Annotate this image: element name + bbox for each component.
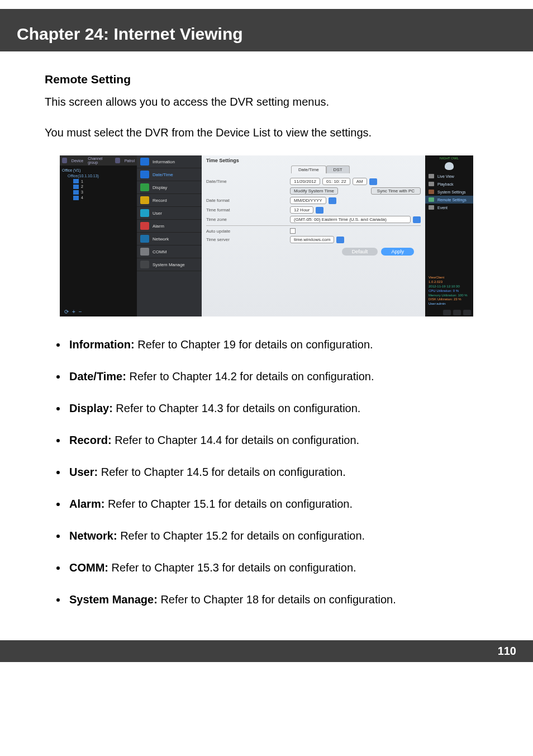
cam-icon xyxy=(73,185,79,189)
tab-patrol[interactable]: Patrol xyxy=(125,159,135,163)
sync-time-button[interactable]: Sync Time with PC xyxy=(371,187,421,195)
tab-date-time[interactable]: Date/Time xyxy=(291,166,326,173)
display-icon xyxy=(140,183,149,191)
panel-title: Time Settings xyxy=(202,155,425,163)
menu-information[interactable]: Information xyxy=(137,155,202,168)
channel-4[interactable]: 4 xyxy=(73,195,135,201)
nav-label: Playback xyxy=(437,182,453,186)
input-ampm[interactable]: AM xyxy=(353,178,367,185)
menu-network[interactable]: Network xyxy=(137,233,202,245)
cam-icon xyxy=(73,179,79,183)
checkbox-auto-update[interactable] xyxy=(290,228,296,234)
dropdown-icon[interactable] xyxy=(316,207,323,214)
select-time-format[interactable]: 12 Hour xyxy=(290,206,313,214)
intro-text-2: You must select the DVR from the Device … xyxy=(45,125,488,141)
item-text: Refer to Chapter 14.5 for details on con… xyxy=(98,466,346,478)
device-list: Office (V1) Office(10.1.10.13) 1 2 3 4 xyxy=(60,166,137,203)
feature-list: Information: Refer to Chapter 19 for det… xyxy=(45,332,488,640)
input-date[interactable]: 11/20/2012 xyxy=(290,178,320,185)
menu-label: Display xyxy=(153,185,167,190)
device-panel: Device Channel group Patrol Office (V1) … xyxy=(60,155,137,316)
section-title: Remote Setting xyxy=(45,73,488,86)
toolbar-btn-3[interactable] xyxy=(463,310,471,315)
label-auto-update: Auto update xyxy=(206,229,290,234)
nav-playback[interactable]: Playback xyxy=(425,180,473,188)
dropdown-icon[interactable] xyxy=(413,216,421,223)
channel-1[interactable]: 1 xyxy=(73,179,135,185)
menu-record[interactable]: Record xyxy=(137,194,202,207)
cam-icon xyxy=(73,196,79,200)
alarm-icon xyxy=(140,222,149,230)
tab-dst[interactable]: DST xyxy=(326,166,350,173)
device-icon xyxy=(62,158,67,163)
nav-remote-settings[interactable]: Remote Settings xyxy=(425,196,473,204)
select-time-server[interactable]: time.windows.com xyxy=(290,236,334,243)
input-time[interactable]: 01: 10: 22 xyxy=(322,178,350,185)
menu-user[interactable]: User xyxy=(137,207,202,220)
item-title: Date/Time: xyxy=(69,370,126,382)
list-item: Display: Refer to Chapter 14.3 for detai… xyxy=(67,400,488,417)
label-date-time: Date/Time xyxy=(206,179,290,184)
menu-alarm[interactable]: Alarm xyxy=(137,220,202,233)
label-time-zone: Time zone xyxy=(206,217,290,222)
apply-button[interactable]: Apply xyxy=(381,248,414,256)
dropdown-icon[interactable] xyxy=(369,178,377,185)
network-icon xyxy=(140,235,149,243)
gear-icon xyxy=(429,190,434,194)
tab-channel-group[interactable]: Channel group xyxy=(88,157,111,164)
list-item: Network: Refer to Chapter 15.2 for detai… xyxy=(67,528,488,544)
select-time-zone[interactable]: (GMT-05: 00) Eastern Time (U.S. and Cana… xyxy=(290,216,411,223)
record-icon xyxy=(140,196,149,204)
item-title: Record: xyxy=(69,434,112,446)
disk-util: DISK Utilization: 23 % xyxy=(429,297,470,302)
nav-live-view[interactable]: Live View xyxy=(425,172,473,180)
device-sub[interactable]: Office(10.1.10.13) xyxy=(68,173,135,179)
menu-display[interactable]: Display xyxy=(137,181,202,194)
menu-label: Date/Time xyxy=(153,172,173,177)
channel-3[interactable]: 3 xyxy=(73,190,135,195)
nav-system-settings[interactable]: System Settings xyxy=(425,188,473,196)
remove-button[interactable]: − xyxy=(79,309,82,315)
device-toolbar: ⟳ + − xyxy=(60,307,137,316)
page-number: 110 xyxy=(498,645,516,657)
patrol-icon xyxy=(115,158,120,163)
left-tabs: Device Channel group Patrol xyxy=(60,155,137,166)
toolbar-btn-1[interactable] xyxy=(443,310,451,315)
refresh-button[interactable]: ⟳ xyxy=(64,309,69,315)
item-text: Refer to Chapter 19 for details on confi… xyxy=(135,338,373,351)
client-timestamp: 2012-11-19 12:10:30 xyxy=(429,285,470,289)
device-root[interactable]: Office (V1) xyxy=(62,168,135,173)
select-date-format[interactable]: MM/DD/YYYY xyxy=(290,197,326,204)
menu-label: System Manage xyxy=(153,262,185,267)
add-button[interactable]: + xyxy=(72,309,75,315)
menu-label: COMM xyxy=(153,249,166,254)
dropdown-icon[interactable] xyxy=(329,197,336,204)
client-name: ViewClient xyxy=(429,276,470,280)
list-item: Information: Refer to Chapter 19 for det… xyxy=(67,337,488,353)
info-icon xyxy=(140,158,149,166)
settings-panel: Time Settings Date/Time DST Date/Time 11… xyxy=(202,155,425,316)
menu-system-manage[interactable]: System Manage xyxy=(137,258,202,271)
list-item: User: Refer to Chapter 14.5 for details … xyxy=(67,464,488,480)
item-text: Refer to Chapter 15.3 for details on con… xyxy=(108,561,356,574)
nav-event[interactable]: Event xyxy=(425,204,473,211)
list-item: System Manage: Refer to Chapter 18 for d… xyxy=(67,592,488,608)
toolbar-btn-2[interactable] xyxy=(453,310,461,315)
chapter-title: Chapter 24: Internet Viewing xyxy=(17,25,516,44)
dropdown-icon[interactable] xyxy=(336,237,344,243)
nav-label: Event xyxy=(437,206,448,210)
menu-label: Information xyxy=(153,159,175,164)
channel-2[interactable]: 2 xyxy=(73,184,135,190)
list-item: Alarm: Refer to Chapter 15.1 for details… xyxy=(67,496,488,512)
tab-device[interactable]: Device xyxy=(72,159,83,163)
menu-comm[interactable]: COMM xyxy=(137,245,202,258)
modify-system-time-button[interactable]: Modify System Time xyxy=(290,187,338,195)
default-button[interactable]: Default xyxy=(342,248,378,256)
item-text: Refer to Chapter 18 for details on confi… xyxy=(158,593,396,606)
item-text: Refer to Chapter 15.1 for details on con… xyxy=(104,498,353,510)
item-title: System Manage: xyxy=(69,593,158,606)
item-text: Refer to Chapter 14.3 for details on con… xyxy=(113,402,361,414)
menu-date-time[interactable]: Date/Time xyxy=(137,168,202,181)
item-title: Display: xyxy=(69,402,113,414)
user-label: User:admin xyxy=(429,302,470,306)
